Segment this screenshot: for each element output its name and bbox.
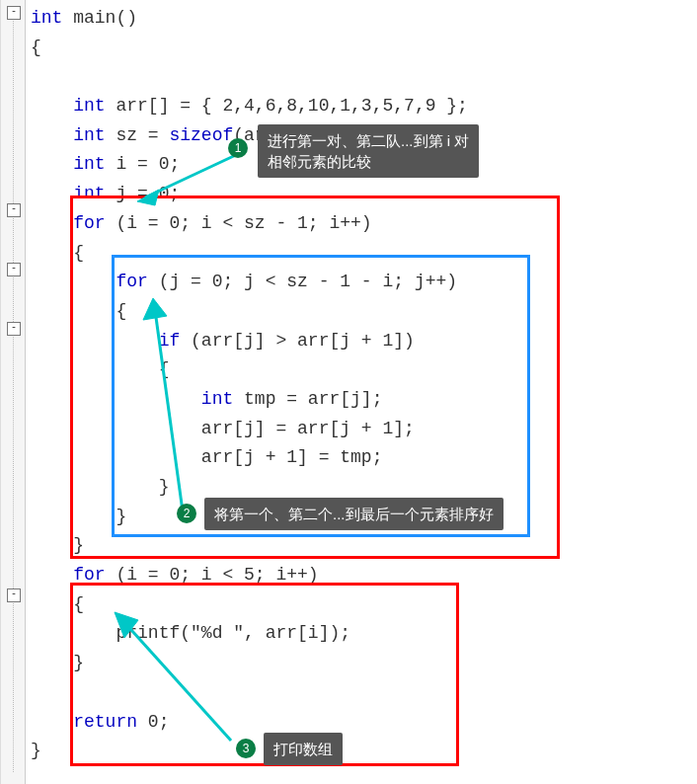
kw-int: int xyxy=(73,96,105,116)
badge-1: 1 xyxy=(228,138,248,158)
fold-icon: - xyxy=(7,6,21,20)
kw-int: int xyxy=(31,8,62,28)
arrow-2-icon xyxy=(139,292,198,519)
kw-int: int xyxy=(73,125,105,145)
note-1-line1: 进行第一对、第二队...到第 i 对 xyxy=(268,130,469,151)
note-1-line2: 相邻元素的比较 xyxy=(268,151,469,172)
t: main() xyxy=(62,8,137,28)
arrow-1-icon xyxy=(129,146,248,207)
arrow-3-icon xyxy=(105,602,243,750)
badge-3: 3 xyxy=(236,739,256,758)
t: sz = xyxy=(106,125,170,145)
kw-int: int xyxy=(73,154,105,174)
svg-marker-1 xyxy=(137,190,159,205)
code-diagram: - - - - - int main() { int arr[] = { 2,4… xyxy=(0,0,697,784)
svg-line-2 xyxy=(155,310,183,511)
badge-2: 2 xyxy=(177,504,196,523)
t: } xyxy=(31,741,41,760)
note-1: 进行第一对、第二队...到第 i 对 相邻元素的比较 xyxy=(258,124,479,178)
fold-icon: - xyxy=(7,203,21,217)
svg-line-4 xyxy=(122,620,231,741)
note-3: 打印数组 xyxy=(264,733,343,765)
fold-icon: - xyxy=(7,263,21,276)
t: { xyxy=(31,38,41,57)
note-2: 将第一个、第二个...到最后一个元素排序好 xyxy=(204,498,503,530)
fold-icon: - xyxy=(7,588,21,602)
t: arr[] = { 2,4,6,8,10,1,3,5,7,9 }; xyxy=(106,96,468,116)
svg-marker-3 xyxy=(143,298,167,320)
gutter: - - - - - xyxy=(1,0,26,784)
fold-icon: - xyxy=(7,322,21,336)
kw-sizeof: sizeof xyxy=(169,125,233,145)
